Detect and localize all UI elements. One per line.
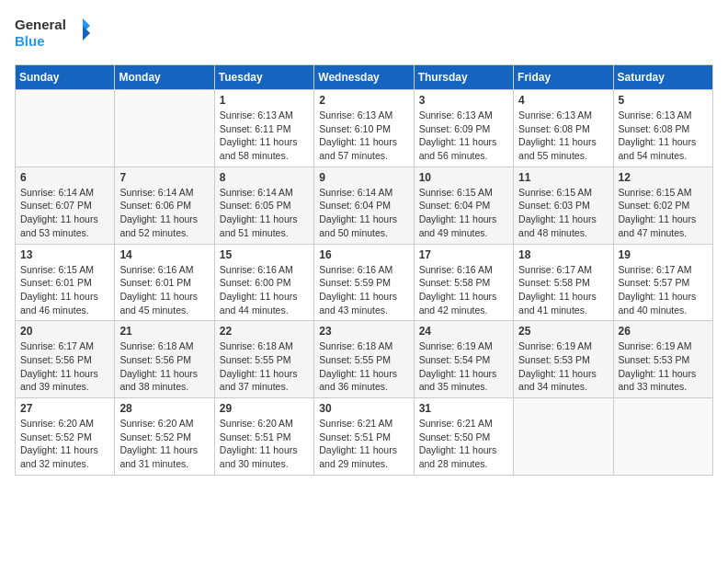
weekday-header-monday: Monday [115,65,214,90]
calendar-cell: 19Sunrise: 6:17 AM Sunset: 5:57 PM Dayli… [613,244,712,321]
calendar-cell: 24Sunrise: 6:19 AM Sunset: 5:54 PM Dayli… [414,321,513,398]
day-number: 12 [619,171,708,184]
calendar-cell [613,398,712,476]
day-info: Sunrise: 6:21 AM Sunset: 5:50 PM Dayligh… [419,417,508,471]
calendar-cell: 7Sunrise: 6:14 AM Sunset: 6:06 PM Daylig… [115,167,214,244]
day-info: Sunrise: 6:20 AM Sunset: 5:51 PM Dayligh… [220,417,309,471]
day-number: 9 [319,171,408,184]
day-number: 30 [319,402,408,415]
day-number: 17 [419,248,508,261]
day-number: 13 [20,248,109,261]
weekday-header-wednesday: Wednesday [314,65,414,90]
day-info: Sunrise: 6:15 AM Sunset: 6:03 PM Dayligh… [518,186,608,240]
day-info: Sunrise: 6:20 AM Sunset: 5:52 PM Dayligh… [20,417,109,471]
calendar-cell: 5Sunrise: 6:13 AM Sunset: 6:08 PM Daylig… [613,90,712,167]
calendar-cell: 28Sunrise: 6:20 AM Sunset: 5:52 PM Dayli… [115,398,214,476]
calendar-cell: 16Sunrise: 6:16 AM Sunset: 5:59 PM Dayli… [314,244,414,321]
calendar-cell [514,398,613,476]
logo-svg: GeneralBlue [15,15,93,53]
day-number: 20 [20,325,109,338]
day-number: 24 [419,325,508,338]
weekday-header-sunday: Sunday [16,65,115,90]
calendar-cell: 1Sunrise: 6:13 AM Sunset: 6:11 PM Daylig… [214,90,313,167]
day-info: Sunrise: 6:16 AM Sunset: 5:58 PM Dayligh… [419,263,508,317]
day-info: Sunrise: 6:17 AM Sunset: 5:58 PM Dayligh… [518,263,608,317]
calendar-cell: 12Sunrise: 6:15 AM Sunset: 6:02 PM Dayli… [613,167,712,244]
day-info: Sunrise: 6:18 AM Sunset: 5:55 PM Dayligh… [319,339,408,394]
day-info: Sunrise: 6:14 AM Sunset: 6:07 PM Dayligh… [20,186,109,240]
day-info: Sunrise: 6:19 AM Sunset: 5:53 PM Dayligh… [619,339,708,394]
calendar-cell: 21Sunrise: 6:18 AM Sunset: 5:56 PM Dayli… [115,321,214,398]
day-number: 19 [619,248,708,261]
day-number: 29 [220,402,309,415]
day-number: 2 [319,94,408,107]
day-info: Sunrise: 6:16 AM Sunset: 5:59 PM Dayligh… [319,263,408,317]
weekday-header-thursday: Thursday [414,65,513,90]
calendar-table: SundayMondayTuesdayWednesdayThursdayFrid… [15,64,713,476]
day-info: Sunrise: 6:19 AM Sunset: 5:53 PM Dayligh… [518,339,608,394]
day-number: 3 [419,94,508,107]
day-info: Sunrise: 6:15 AM Sunset: 6:02 PM Dayligh… [619,186,708,240]
calendar-cell: 23Sunrise: 6:18 AM Sunset: 5:55 PM Dayli… [314,321,414,398]
day-info: Sunrise: 6:16 AM Sunset: 6:00 PM Dayligh… [220,263,309,317]
calendar-cell: 22Sunrise: 6:18 AM Sunset: 5:55 PM Dayli… [214,321,313,398]
day-info: Sunrise: 6:14 AM Sunset: 6:05 PM Dayligh… [220,186,309,240]
week-row-3: 13Sunrise: 6:15 AM Sunset: 6:01 PM Dayli… [16,244,713,321]
calendar-cell: 25Sunrise: 6:19 AM Sunset: 5:53 PM Dayli… [514,321,613,398]
day-info: Sunrise: 6:17 AM Sunset: 5:57 PM Dayligh… [619,263,708,317]
day-info: Sunrise: 6:14 AM Sunset: 6:06 PM Dayligh… [119,186,209,240]
day-number: 15 [220,248,309,261]
day-info: Sunrise: 6:18 AM Sunset: 5:55 PM Dayligh… [220,339,309,394]
day-info: Sunrise: 6:14 AM Sunset: 6:04 PM Dayligh… [319,186,408,240]
day-number: 22 [220,325,309,338]
calendar-cell: 10Sunrise: 6:15 AM Sunset: 6:04 PM Dayli… [414,167,513,244]
day-info: Sunrise: 6:18 AM Sunset: 5:56 PM Dayligh… [119,339,209,394]
week-row-5: 27Sunrise: 6:20 AM Sunset: 5:52 PM Dayli… [16,398,713,476]
weekday-header-friday: Friday [514,65,613,90]
calendar-cell: 8Sunrise: 6:14 AM Sunset: 6:05 PM Daylig… [214,167,313,244]
page-header: GeneralBlue [15,15,713,53]
calendar-cell: 15Sunrise: 6:16 AM Sunset: 6:00 PM Dayli… [214,244,313,321]
svg-text:Blue: Blue [15,33,45,49]
day-info: Sunrise: 6:21 AM Sunset: 5:51 PM Dayligh… [319,417,408,471]
day-number: 8 [220,171,309,184]
day-info: Sunrise: 6:17 AM Sunset: 5:56 PM Dayligh… [20,339,109,394]
calendar-cell: 3Sunrise: 6:13 AM Sunset: 6:09 PM Daylig… [414,90,513,167]
day-number: 5 [619,94,708,107]
day-number: 7 [119,171,209,184]
day-number: 21 [119,325,209,338]
day-number: 14 [119,248,209,261]
calendar-cell: 13Sunrise: 6:15 AM Sunset: 6:01 PM Dayli… [16,244,115,321]
week-row-4: 20Sunrise: 6:17 AM Sunset: 5:56 PM Dayli… [16,321,713,398]
calendar-cell: 26Sunrise: 6:19 AM Sunset: 5:53 PM Dayli… [613,321,712,398]
day-info: Sunrise: 6:15 AM Sunset: 6:01 PM Dayligh… [20,263,109,317]
day-info: Sunrise: 6:13 AM Sunset: 6:10 PM Dayligh… [319,109,408,163]
weekday-header-tuesday: Tuesday [214,65,313,90]
day-number: 11 [518,171,608,184]
svg-text:General: General [15,17,66,32]
day-number: 25 [518,325,608,338]
week-row-1: 1Sunrise: 6:13 AM Sunset: 6:11 PM Daylig… [16,90,713,167]
day-number: 10 [419,171,508,184]
weekday-header-saturday: Saturday [613,65,712,90]
calendar-cell: 14Sunrise: 6:16 AM Sunset: 6:01 PM Dayli… [115,244,214,321]
calendar-cell: 27Sunrise: 6:20 AM Sunset: 5:52 PM Dayli… [16,398,115,476]
weekday-header-row: SundayMondayTuesdayWednesdayThursdayFrid… [16,65,713,90]
day-number: 6 [20,171,109,184]
day-number: 4 [518,94,608,107]
day-number: 31 [419,402,508,415]
day-info: Sunrise: 6:16 AM Sunset: 6:01 PM Dayligh… [119,263,209,317]
calendar-cell [16,90,115,167]
logo: GeneralBlue [15,15,93,53]
day-number: 16 [319,248,408,261]
calendar-cell: 2Sunrise: 6:13 AM Sunset: 6:10 PM Daylig… [314,90,414,167]
week-row-2: 6Sunrise: 6:14 AM Sunset: 6:07 PM Daylig… [16,167,713,244]
day-info: Sunrise: 6:19 AM Sunset: 5:54 PM Dayligh… [419,339,508,394]
calendar-cell: 17Sunrise: 6:16 AM Sunset: 5:58 PM Dayli… [414,244,513,321]
day-info: Sunrise: 6:13 AM Sunset: 6:09 PM Dayligh… [419,109,508,163]
day-info: Sunrise: 6:20 AM Sunset: 5:52 PM Dayligh… [119,417,209,471]
day-number: 23 [319,325,408,338]
day-number: 28 [119,402,209,415]
calendar-cell: 30Sunrise: 6:21 AM Sunset: 5:51 PM Dayli… [314,398,414,476]
calendar-cell: 6Sunrise: 6:14 AM Sunset: 6:07 PM Daylig… [16,167,115,244]
